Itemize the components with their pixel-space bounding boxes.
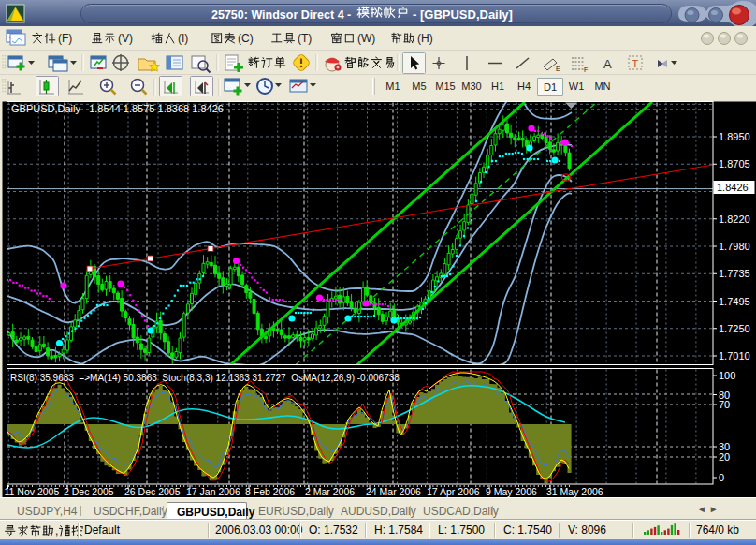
svg-text:1.7010: 1.7010: [719, 350, 750, 361]
svg-text:E: E: [556, 66, 560, 72]
svg-text:(I): (I): [178, 32, 188, 45]
svg-text:T: T: [632, 58, 639, 69]
svg-text:26 Dec 2005: 26 Dec 2005: [124, 486, 181, 497]
svg-text:1.7250: 1.7250: [719, 323, 750, 334]
svg-text:9 May 2006: 9 May 2006: [486, 486, 537, 497]
svg-text:1.8950: 1.8950: [719, 131, 750, 142]
svg-text:(C): (C): [238, 32, 254, 45]
svg-text:RSI(8) 35.9633 =>MA(14) 50.38: RSI(8) 35.9633 =>MA(14) 50.3863 Stoch(8,…: [10, 373, 400, 383]
svg-text:,: ,: [55, 524, 58, 538]
svg-text:20: 20: [719, 451, 730, 463]
svg-text:8 Feb 2006: 8 Feb 2006: [245, 486, 295, 497]
svg-text:1.7980: 1.7980: [719, 241, 750, 252]
svg-text:100: 100: [719, 370, 735, 381]
svg-text:(H): (H): [417, 32, 433, 45]
svg-text:(W): (W): [357, 32, 375, 45]
svg-text:17 Jan 2006: 17 Jan 2006: [186, 486, 240, 497]
svg-text:2 Mar 2006: 2 Mar 2006: [305, 486, 355, 497]
svg-text:70: 70: [719, 399, 730, 410]
svg-text:1.8426: 1.8426: [717, 182, 749, 193]
svg-text:1.7495: 1.7495: [719, 296, 750, 307]
svg-text:31 May 2006: 31 May 2006: [546, 486, 603, 497]
svg-text:11 Nov 2005: 11 Nov 2005: [5, 486, 60, 497]
svg-text:- [GBPUSD,Daily]: - [GBPUSD,Daily]: [413, 7, 513, 22]
svg-text:1.8220: 1.8220: [719, 214, 750, 225]
svg-text:(V): (V): [118, 32, 133, 45]
svg-text:2 Dec 2005: 2 Dec 2005: [64, 486, 114, 497]
svg-text:(T): (T): [298, 32, 312, 45]
svg-text:0: 0: [719, 472, 724, 483]
svg-text:(F): (F): [58, 32, 72, 45]
svg-text:F: F: [584, 66, 588, 73]
svg-text:24 Mar 2006: 24 Mar 2006: [366, 486, 421, 497]
svg-text:1.7735: 1.7735: [719, 268, 750, 279]
svg-text:GBPUSD,Daily 1.8544 1.8575 1: GBPUSD,Daily 1.8544 1.8575 1.8368 1.8426: [11, 103, 224, 114]
svg-text:A: A: [603, 57, 612, 71]
svg-text:25750: Windsor Direct 4 -: 25750: Windsor Direct 4 -: [211, 8, 351, 22]
svg-text:17 Apr 2006: 17 Apr 2006: [427, 486, 480, 497]
svg-text:1.8705: 1.8705: [719, 158, 750, 169]
